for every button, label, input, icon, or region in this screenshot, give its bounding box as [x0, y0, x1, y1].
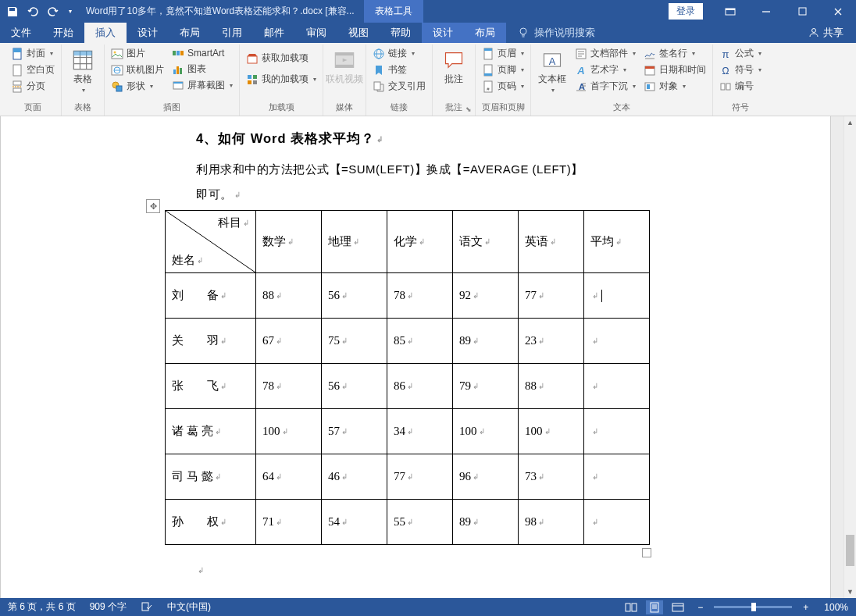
table-data-cell[interactable]: 56↲	[322, 364, 387, 409]
status-word-count[interactable]: 909 个字	[90, 600, 127, 614]
table-data-cell[interactable]: 96↲	[453, 454, 519, 500]
table-data-cell[interactable]: 34↲	[387, 409, 453, 454]
tab-layout[interactable]: 布局	[169, 23, 211, 43]
blank-page-button[interactable]: 空白页	[9, 62, 56, 77]
table-data-cell[interactable]: 92↲	[453, 273, 519, 319]
number-button[interactable]: 编号	[718, 79, 755, 94]
table-data-cell[interactable]: ↲	[584, 273, 650, 319]
save-icon[interactable]	[6, 5, 19, 18]
scrollbar-thumb[interactable]	[846, 535, 854, 566]
table-data-cell[interactable]: 77↲	[387, 454, 453, 500]
table-data-cell[interactable]: 100↲	[453, 409, 519, 454]
table-data-cell[interactable]: 86↲	[387, 364, 453, 409]
smartart-button[interactable]: SmartArt	[170, 46, 226, 60]
equation-button[interactable]: π公式▾	[718, 46, 763, 61]
symbol-button[interactable]: Ω符号▾	[718, 62, 763, 77]
print-layout-icon[interactable]	[646, 600, 663, 614]
table-corner-cell[interactable]: 科目↲姓名↲	[166, 211, 256, 273]
table-data-cell[interactable]: 23↲	[519, 319, 584, 364]
table-data-cell[interactable]: 88↲	[519, 364, 584, 409]
cover-page-button[interactable]: 封面▾	[9, 46, 55, 61]
table-data-cell[interactable]: 88↲	[256, 273, 322, 319]
zoom-slider-thumb[interactable]	[751, 603, 756, 611]
maximize-icon[interactable]	[784, 0, 820, 23]
hyperlink-button[interactable]: 链接▾	[371, 46, 416, 61]
table-data-cell[interactable]: 64↲	[256, 454, 322, 500]
read-mode-icon[interactable]	[622, 600, 640, 614]
object-button[interactable]: 对象▾	[642, 79, 687, 94]
table-data-cell[interactable]: 46↲	[322, 454, 387, 500]
table-data-cell[interactable]: 98↲	[519, 500, 584, 545]
table-data-cell[interactable]: 78↲	[256, 364, 322, 409]
table-header-cell[interactable]: 地理↲	[322, 211, 387, 273]
table-data-cell[interactable]: ↲	[584, 500, 650, 545]
online-pictures-button[interactable]: 联机图片	[109, 62, 166, 77]
tab-home[interactable]: 开始	[42, 23, 84, 43]
share-button[interactable]: 共享	[795, 23, 856, 43]
tab-design[interactable]: 设计	[127, 23, 169, 43]
status-spellcheck-icon[interactable]	[141, 601, 153, 614]
undo-icon[interactable]	[27, 5, 39, 18]
table-data-cell[interactable]: 75↲	[322, 319, 387, 364]
table-name-cell[interactable]: 刘 备↲	[166, 273, 256, 319]
table-data-cell[interactable]: 71↲	[256, 500, 322, 545]
ribbon-display-options-icon[interactable]	[712, 0, 748, 23]
tab-mailings[interactable]: 邮件	[253, 23, 295, 43]
signature-line-button[interactable]: 签名行▾	[642, 46, 697, 61]
table-header-cell[interactable]: 平均↲	[584, 211, 650, 273]
login-button[interactable]: 登录	[669, 3, 703, 20]
tab-references[interactable]: 引用	[211, 23, 253, 43]
table-data-cell[interactable]: 67↲	[256, 319, 322, 364]
table-name-cell[interactable]: 关 羽↲	[166, 319, 256, 364]
zoom-percentage[interactable]: 100%	[824, 602, 848, 613]
document-table[interactable]: 科目↲姓名↲数学↲地理↲化学↲语文↲英语↲平均↲刘 备↲88↲56↲78↲92↲…	[165, 210, 650, 545]
table-data-cell[interactable]: 57↲	[322, 409, 387, 454]
table-data-cell[interactable]: 100↲	[256, 409, 322, 454]
table-header-cell[interactable]: 数学↲	[256, 211, 322, 273]
redo-icon[interactable]	[47, 5, 59, 18]
my-addins-button[interactable]: 我的加载项▾	[244, 72, 318, 87]
tab-insert[interactable]: 插入	[84, 23, 127, 43]
close-icon[interactable]	[820, 0, 856, 23]
drop-cap-button[interactable]: A首字下沉▾	[573, 79, 637, 94]
chart-button[interactable]: 图表	[170, 62, 208, 77]
wordart-button[interactable]: A艺术字▾	[573, 62, 628, 77]
table-data-cell[interactable]: 55↲	[387, 500, 453, 545]
table-move-handle[interactable]: ✥	[146, 199, 160, 213]
status-language[interactable]: 中文(中国)	[167, 600, 211, 614]
table-name-cell[interactable]: 孙 权↲	[166, 500, 256, 545]
zoom-slider[interactable]	[714, 606, 792, 608]
screenshot-button[interactable]: 屏幕截图▾	[170, 78, 234, 93]
table-header-cell[interactable]: 化学↲	[387, 211, 453, 273]
table-data-cell[interactable]: ↲	[584, 454, 650, 500]
get-addins-button[interactable]: 获取加载项	[244, 51, 310, 66]
table-data-cell[interactable]: 89↲	[453, 500, 519, 545]
shapes-button[interactable]: 形状▾	[109, 79, 155, 94]
table-data-cell[interactable]: 100↲	[519, 409, 584, 454]
table-resize-handle[interactable]	[642, 548, 651, 557]
zoom-in-button[interactable]: +	[798, 602, 813, 613]
comments-launcher[interactable]: ⬊	[464, 105, 473, 114]
table-data-cell[interactable]: 85↲	[387, 319, 453, 364]
table-data-cell[interactable]: 78↲	[387, 273, 453, 319]
table-data-cell[interactable]: 89↲	[453, 319, 519, 364]
cross-reference-button[interactable]: 交叉引用	[371, 79, 427, 94]
web-layout-icon[interactable]	[669, 600, 687, 614]
table-name-cell[interactable]: 诸 葛 亮↲	[166, 409, 256, 454]
minimize-icon[interactable]	[748, 0, 784, 23]
footer-button[interactable]: 页脚▾	[480, 62, 526, 77]
table-header-cell[interactable]: 英语↲	[519, 211, 584, 273]
table-data-cell[interactable]: 73↲	[519, 454, 584, 500]
status-page[interactable]: 第 6 页，共 6 页	[8, 600, 76, 614]
comment-button[interactable]: 批注	[437, 46, 470, 85]
table-button[interactable]: 表格▾	[66, 46, 99, 95]
tab-table-layout[interactable]: 布局	[464, 23, 506, 43]
tab-file[interactable]: 文件	[0, 23, 42, 43]
scroll-down-icon[interactable]: ▼	[844, 586, 856, 598]
quick-parts-button[interactable]: 文档部件▾	[573, 46, 637, 61]
date-time-button[interactable]: 日期和时间	[642, 62, 708, 77]
document-page[interactable]: 4、如何 Word 表格求平均？↲ 利用求和中的方法把公式【=SUM(LEFT)…	[0, 116, 831, 598]
tab-table-design[interactable]: 设计	[422, 23, 464, 43]
table-name-cell[interactable]: 司 马 懿↲	[166, 454, 256, 500]
table-data-cell[interactable]: 54↲	[322, 500, 387, 545]
